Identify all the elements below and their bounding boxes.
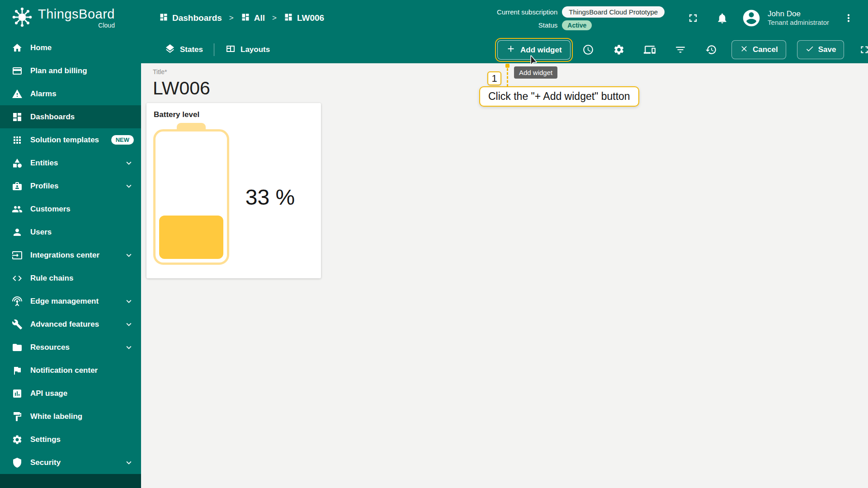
people-icon: [12, 204, 23, 215]
check-icon: [805, 44, 814, 56]
sidebar-item-users[interactable]: Users: [0, 221, 141, 244]
filters-button[interactable]: [671, 40, 690, 59]
more-menu-button[interactable]: [839, 9, 858, 28]
sidebar-item-dashboards[interactable]: Dashboards: [0, 105, 141, 128]
breadcrumb-item-dashboards[interactable]: Dashboards: [159, 13, 222, 24]
sidebar-item-label: Settings: [30, 435, 134, 444]
status-badge: Active: [562, 20, 592, 30]
subscription-chip[interactable]: ThingsBoard Cloud Prototype: [562, 6, 665, 18]
layout-grid-icon: [225, 43, 236, 56]
sidebar-item-label: Alarms: [30, 89, 134, 99]
thingsboard-logo[interactable]: ThingsBoard Cloud: [12, 0, 115, 36]
sidebar-item-white-labeling[interactable]: White labeling: [0, 405, 141, 428]
add-widget-tooltip: Add widget: [514, 66, 557, 79]
toolbar-right-group: Cancel Save: [579, 36, 868, 63]
user-info[interactable]: John Doe Tenant administrator: [768, 9, 829, 27]
sidebar-item-label: Plan and billing: [30, 66, 134, 75]
logo-title: ThingsBoard: [38, 8, 115, 21]
shield-icon: [12, 457, 23, 468]
category-icon: [12, 158, 23, 169]
avatar[interactable]: [741, 8, 761, 28]
breadcrumb-item-all[interactable]: All: [241, 13, 265, 24]
sidebar-item-profiles[interactable]: Profiles: [0, 174, 141, 197]
dashboard-settings-button[interactable]: [609, 40, 628, 59]
sidebar-item-label: API usage: [30, 389, 134, 398]
cancel-button[interactable]: Cancel: [731, 40, 786, 59]
tutorial-callout: Click the "+ Add widget" button: [479, 86, 639, 107]
sidebar-item-entities[interactable]: Entities: [0, 151, 141, 174]
sidebar-item-notification-center[interactable]: Notification center: [0, 359, 141, 382]
chart-icon: [12, 388, 23, 399]
dashboard-icon: [12, 112, 23, 122]
breadcrumb-label: Dashboards: [172, 13, 222, 23]
toolbar-divider: [214, 43, 214, 56]
sidebar-item-label: Rule chains: [30, 274, 134, 283]
paint-icon: [12, 411, 23, 422]
sidebar-item-alarms[interactable]: Alarms: [0, 82, 141, 105]
sidebar-item-rule-chains[interactable]: Rule chains: [0, 267, 141, 290]
sidebar: HomePlan and billingAlarmsDashboardsSolu…: [0, 36, 141, 488]
chevron-down-icon: [124, 181, 134, 191]
sidebar-item-label: Edge management: [30, 297, 116, 306]
antenna-icon: [12, 296, 23, 307]
tutorial-connector-line: [507, 68, 508, 87]
folder-icon: [12, 342, 23, 353]
chevron-down-icon: [124, 343, 134, 352]
top-header: ThingsBoard Cloud Dashboards>All>LW006 C…: [0, 0, 868, 36]
notifications-button[interactable]: [712, 9, 731, 28]
dashboard-icon: [241, 13, 250, 24]
layouts-button[interactable]: Layouts: [220, 40, 275, 60]
sidebar-item-solution-templates[interactable]: Solution templatesNEW: [0, 128, 141, 151]
thingsboard-app: ThingsBoard Cloud Dashboards>All>LW006 C…: [0, 0, 868, 488]
sidebar-item-label: Resources: [30, 343, 116, 352]
sidebar-item-label: Dashboards: [30, 113, 134, 122]
sidebar-item-home[interactable]: Home: [0, 36, 141, 59]
breadcrumb-separator: >: [272, 14, 277, 23]
new-badge: NEW: [111, 135, 134, 145]
breadcrumb-item-lw006[interactable]: LW006: [284, 13, 324, 24]
sidebar-item-integrations-center[interactable]: Integrations center: [0, 244, 141, 267]
dashboard-title-input[interactable]: LW006: [153, 78, 210, 99]
build-icon: [12, 319, 23, 330]
sidebar-item-plan-and-billing[interactable]: Plan and billing: [0, 59, 141, 82]
sidebar-item-edge-management[interactable]: Edge management: [0, 290, 141, 313]
code-icon: [12, 273, 23, 284]
battery-level-widget[interactable]: Battery level 33 %: [146, 103, 321, 278]
sidebar-item-label: Entities: [30, 159, 116, 168]
time-window-button[interactable]: [579, 40, 598, 59]
input-icon: [12, 250, 23, 261]
sidebar-item-customers[interactable]: Customers: [0, 197, 141, 221]
toolbar-left-group: States Layouts: [159, 36, 275, 63]
layers-icon: [165, 43, 175, 56]
breadcrumb-label: LW006: [297, 13, 324, 23]
sidebar-item-label: Security: [30, 458, 116, 467]
states-button[interactable]: States: [159, 40, 208, 60]
sidebar-item-api-usage[interactable]: API usage: [0, 382, 141, 405]
widget-body: 33 %: [146, 129, 321, 265]
battery-icon: [153, 129, 229, 265]
header-right-cluster: Current subscription ThingsBoard Cloud P…: [497, 0, 858, 36]
states-label: States: [180, 45, 203, 54]
sidebar-item-security[interactable]: Security: [0, 451, 141, 474]
tutorial-connector-dot: [505, 64, 509, 68]
save-button[interactable]: Save: [797, 40, 844, 59]
sidebar-item-settings[interactable]: Settings: [0, 428, 141, 451]
widget-title: Battery level: [146, 103, 321, 119]
mouse-cursor-icon: [528, 54, 540, 68]
sidebar-item-resources[interactable]: Resources: [0, 336, 141, 359]
tutorial-step-number: 1: [487, 71, 501, 85]
breadcrumb: Dashboards>All>LW006: [159, 0, 324, 36]
credit-card-icon: [12, 66, 23, 76]
toolbar-fullscreen-button[interactable]: [855, 40, 868, 59]
flag-icon: [12, 365, 23, 376]
sidebar-item-label: Advanced features: [30, 320, 116, 329]
sidebar-item-label: Customers: [30, 205, 134, 214]
save-label: Save: [818, 45, 836, 54]
sidebar-item-advanced-features[interactable]: Advanced features: [0, 313, 141, 336]
header-fullscreen-button[interactable]: [684, 9, 703, 28]
version-control-button[interactable]: [702, 40, 721, 59]
user-role: Tenant administrator: [768, 19, 829, 27]
entity-aliases-button[interactable]: [640, 40, 659, 59]
sidebar-item-label: Users: [30, 228, 134, 237]
sidebar-item-label: Home: [30, 43, 134, 52]
